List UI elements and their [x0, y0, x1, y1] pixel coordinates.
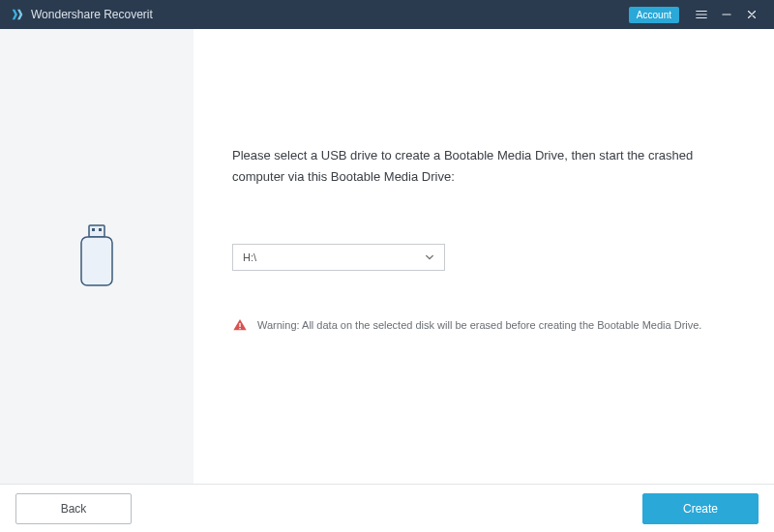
warning-text: Warning: All data on the selected disk w… — [257, 319, 701, 331]
svg-rect-3 — [81, 237, 112, 285]
content-area: Please select a USB drive to create a Bo… — [0, 29, 774, 484]
back-button[interactable]: Back — [15, 493, 132, 524]
minimize-icon — [720, 8, 733, 21]
instruction-text: Please select a USB drive to create a Bo… — [232, 145, 735, 188]
usb-drive-icon — [74, 223, 120, 289]
svg-rect-0 — [89, 225, 104, 237]
warning-row: Warning: All data on the selected disk w… — [232, 317, 735, 333]
sidebar — [0, 29, 194, 484]
svg-rect-5 — [239, 328, 240, 329]
drive-select-dropdown[interactable]: H:\ — [232, 244, 445, 271]
svg-rect-4 — [239, 323, 240, 327]
menu-icon — [695, 8, 708, 21]
selected-drive-label: H:\ — [243, 251, 256, 263]
app-title: Wondershare Recoverit — [31, 8, 153, 21]
svg-rect-2 — [99, 228, 102, 231]
titlebar: Wondershare Recoverit Account — [0, 0, 774, 29]
svg-rect-1 — [92, 228, 95, 231]
app-logo-icon — [10, 7, 25, 22]
chevron-down-icon — [425, 252, 434, 262]
account-button[interactable]: Account — [629, 7, 679, 23]
main-panel: Please select a USB drive to create a Bo… — [194, 29, 774, 484]
warning-icon — [232, 317, 248, 333]
close-icon — [745, 8, 759, 21]
footer: Back Create — [0, 484, 774, 532]
close-button[interactable] — [739, 0, 764, 29]
minimize-button[interactable] — [714, 0, 739, 29]
menu-button[interactable] — [689, 0, 714, 29]
create-button[interactable]: Create — [642, 493, 759, 524]
app-logo: Wondershare Recoverit — [10, 7, 153, 22]
